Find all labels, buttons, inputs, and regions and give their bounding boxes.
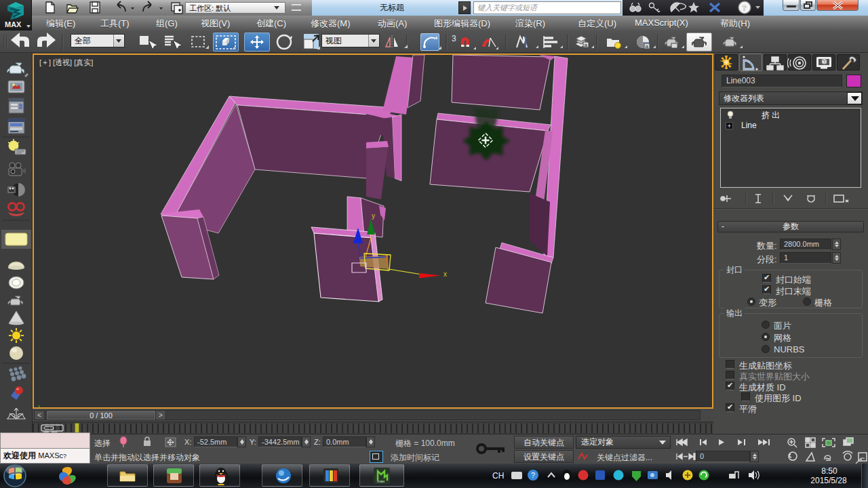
svg-text:x: x xyxy=(443,270,447,278)
svg-text:a: a xyxy=(645,43,648,49)
svg-text:a: a xyxy=(584,42,587,48)
svg-text:3: 3 xyxy=(452,34,456,43)
svg-text:?: ? xyxy=(531,471,535,479)
svg-text:?: ? xyxy=(743,3,747,13)
svg-text:max: max xyxy=(377,479,384,483)
svg-text:y: y xyxy=(372,212,375,220)
svg-text:MAX: MAX xyxy=(5,20,22,28)
